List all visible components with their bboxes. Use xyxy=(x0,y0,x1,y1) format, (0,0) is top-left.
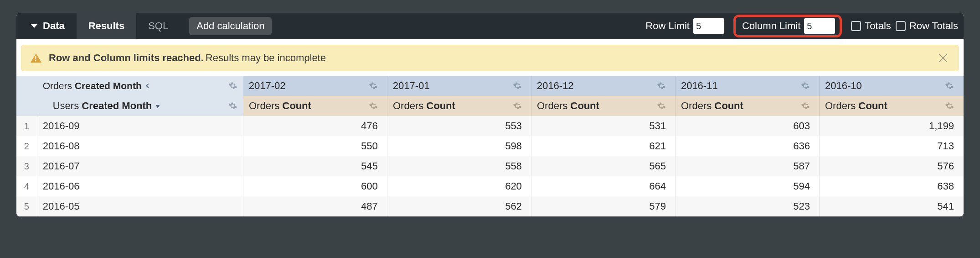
row-limit-input[interactable] xyxy=(693,18,724,34)
data-cell[interactable]: 541 xyxy=(820,196,964,216)
row-dim-prefix: Users xyxy=(53,100,79,112)
pivot-col-3[interactable]: 2016-11 xyxy=(676,76,820,96)
caret-down-icon xyxy=(31,24,37,28)
data-cell[interactable]: 545 xyxy=(243,156,387,176)
gear-icon[interactable] xyxy=(657,81,666,90)
pivot-header-row: Orders Created Month 2017-02 2017-01 xyxy=(16,76,964,96)
data-cell[interactable]: 621 xyxy=(531,136,676,156)
pivot-col-label: 2016-12 xyxy=(537,80,574,92)
table-row: 5 2016-05 487 562 579 523 541 xyxy=(16,196,964,216)
row-dimension-header[interactable]: Users Created Month xyxy=(37,96,243,116)
tab-sql-label: SQL xyxy=(148,20,168,32)
add-calculation-button[interactable]: Add calculation xyxy=(189,17,272,35)
data-cell[interactable]: 523 xyxy=(676,196,820,216)
gear-icon[interactable] xyxy=(657,101,666,111)
gear-icon[interactable] xyxy=(513,81,522,90)
add-calculation-label: Add calculation xyxy=(196,20,264,32)
checkbox-icon xyxy=(851,21,861,31)
measure-bold: Count xyxy=(714,100,743,112)
measure-col-2[interactable]: Orders Count xyxy=(531,96,676,116)
gear-icon[interactable] xyxy=(945,101,954,111)
measure-bold: Count xyxy=(858,100,887,112)
data-cell[interactable]: 579 xyxy=(531,196,676,216)
tab-results-label: Results xyxy=(88,20,124,32)
row-dimension[interactable]: 2016-06 xyxy=(37,176,243,196)
measure-bold: Count xyxy=(570,100,599,112)
data-cell[interactable]: 487 xyxy=(243,196,387,216)
data-cell[interactable]: 558 xyxy=(387,156,531,176)
measure-col-0[interactable]: Orders Count xyxy=(243,96,387,116)
data-cell[interactable]: 565 xyxy=(531,156,676,176)
column-limit-input[interactable] xyxy=(804,18,835,34)
banner-text: Results may be incomplete xyxy=(206,52,326,64)
data-cell[interactable]: 638 xyxy=(820,176,964,196)
table-row: 2 2016-08 550 598 621 636 713 xyxy=(16,136,964,156)
chevron-left-icon xyxy=(144,80,151,91)
data-cell[interactable]: 576 xyxy=(820,156,964,176)
gear-icon[interactable] xyxy=(801,101,810,111)
table-row: 3 2016-07 545 558 565 587 576 xyxy=(16,156,964,176)
measure-col-1[interactable]: Orders Count xyxy=(387,96,531,116)
row-index: 3 xyxy=(16,156,37,176)
measure-prefix: Orders xyxy=(249,100,279,112)
gear-icon[interactable] xyxy=(369,101,378,111)
row-dimension[interactable]: 2016-07 xyxy=(37,156,243,176)
sort-desc-icon xyxy=(155,100,161,112)
gear-icon[interactable] xyxy=(369,81,378,90)
data-cell[interactable]: 1,199 xyxy=(820,116,964,136)
gear-icon[interactable] xyxy=(801,81,810,90)
gear-icon[interactable] xyxy=(228,101,237,111)
pivot-col-4[interactable]: 2016-10 xyxy=(820,76,964,96)
gear-icon[interactable] xyxy=(228,81,237,90)
data-cell[interactable]: 562 xyxy=(387,196,531,216)
data-cell[interactable]: 531 xyxy=(531,116,676,136)
pivot-col-label: 2016-10 xyxy=(825,80,862,92)
data-cell[interactable]: 550 xyxy=(243,136,387,156)
pivot-dimension-header[interactable]: Orders Created Month xyxy=(37,76,243,96)
data-cell[interactable]: 594 xyxy=(676,176,820,196)
data-cell[interactable]: 587 xyxy=(676,156,820,176)
row-dimension[interactable]: 2016-08 xyxy=(37,136,243,156)
data-cell[interactable]: 664 xyxy=(531,176,676,196)
measure-prefix: Orders xyxy=(825,100,856,112)
pivot-idx-cell xyxy=(16,76,37,96)
data-cell[interactable]: 598 xyxy=(387,136,531,156)
tab-data[interactable]: Data xyxy=(22,13,77,39)
gear-icon[interactable] xyxy=(945,81,954,90)
row-limit-label: Row Limit xyxy=(645,20,690,32)
row-dimension[interactable]: 2016-05 xyxy=(37,196,243,216)
checkbox-icon xyxy=(896,21,906,31)
data-tabbar: Data Results SQL Add calculation Row Lim… xyxy=(16,13,964,39)
pivot-col-label: 2017-01 xyxy=(393,80,430,92)
row-index: 5 xyxy=(16,196,37,216)
row-dimension[interactable]: 2016-09 xyxy=(37,116,243,136)
gear-icon[interactable] xyxy=(513,101,522,111)
measure-idx-cell xyxy=(16,96,37,116)
data-cell[interactable]: 603 xyxy=(676,116,820,136)
row-index: 1 xyxy=(16,116,37,136)
tab-results[interactable]: Results xyxy=(77,13,136,39)
data-cell[interactable]: 713 xyxy=(820,136,964,156)
pivot-dim-prefix: Orders xyxy=(43,80,72,91)
pivot-col-0[interactable]: 2017-02 xyxy=(243,76,387,96)
row-totals-checkbox[interactable]: Row Totals xyxy=(896,20,958,32)
data-cell[interactable]: 620 xyxy=(387,176,531,196)
data-cell[interactable]: 636 xyxy=(676,136,820,156)
results-table: Orders Created Month 2017-02 2017-01 xyxy=(16,76,964,216)
data-cell[interactable]: 600 xyxy=(243,176,387,196)
measure-col-3[interactable]: Orders Count xyxy=(676,96,820,116)
data-cell[interactable]: 476 xyxy=(243,116,387,136)
column-limit-highlight: Column Limit xyxy=(733,15,842,37)
pivot-col-label: 2016-11 xyxy=(681,80,718,92)
column-limit-label: Column Limit xyxy=(742,20,800,32)
tab-sql[interactable]: SQL xyxy=(136,13,180,39)
totals-checkbox[interactable]: Totals xyxy=(851,20,891,32)
table-row: 4 2016-06 600 620 664 594 638 xyxy=(16,176,964,196)
measure-col-4[interactable]: Orders Count xyxy=(820,96,964,116)
close-icon[interactable] xyxy=(937,52,949,64)
pivot-col-1[interactable]: 2017-01 xyxy=(387,76,531,96)
pivot-col-label: 2017-02 xyxy=(249,80,286,92)
data-cell[interactable]: 553 xyxy=(387,116,531,136)
measure-bold: Count xyxy=(426,100,455,112)
pivot-col-2[interactable]: 2016-12 xyxy=(531,76,676,96)
